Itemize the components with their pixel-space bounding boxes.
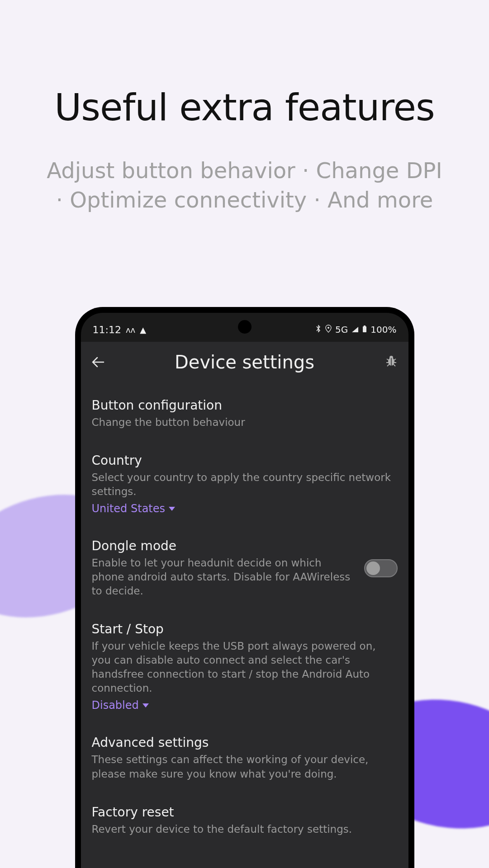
status-right: 5G 100% — [315, 324, 396, 335]
setting-desc: Enable to let your headunit decide on wh… — [92, 556, 355, 598]
bluetooth-icon — [315, 325, 322, 335]
battery-icon — [362, 325, 367, 335]
setting-factory-reset[interactable]: Factory reset Revert your device to the … — [92, 793, 398, 848]
status-left: 11:12 ᴧᴧ ▲ — [93, 324, 147, 335]
status-app-icon-1: ᴧᴧ — [126, 325, 135, 335]
dongle-mode-toggle[interactable] — [364, 559, 398, 577]
setting-title: Start / Stop — [92, 622, 398, 637]
dropdown-label: United States — [92, 502, 166, 515]
setting-title: Advanced settings — [92, 735, 398, 750]
setting-desc: If your vehicle keeps the USB port alway… — [92, 639, 398, 695]
setting-desc: These settings can affect the working of… — [92, 753, 398, 781]
setting-desc: Select your country to apply the country… — [92, 471, 398, 499]
phone-frame: 11:12 ᴧᴧ ▲ 5G 100% — [76, 307, 414, 868]
svg-point-0 — [328, 327, 329, 329]
setting-title: Dongle mode — [92, 538, 355, 553]
back-button[interactable] — [92, 353, 110, 371]
setting-dongle-mode: Dongle mode Enable to let your headunit … — [92, 527, 398, 610]
startstop-dropdown[interactable]: Disabled — [92, 699, 149, 712]
phone-screen: 11:12 ᴧᴧ ▲ 5G 100% — [81, 313, 408, 868]
promo-title: Useful extra features — [0, 86, 489, 129]
setting-country[interactable]: Country Select your country to apply the… — [92, 441, 398, 527]
status-app-icon-2: ▲ — [140, 325, 146, 335]
promo-block: Useful extra features Adjust button beha… — [0, 86, 489, 215]
bug-icon[interactable] — [380, 354, 398, 370]
battery-label: 100% — [370, 324, 396, 335]
dropdown-label: Disabled — [92, 699, 139, 712]
setting-advanced[interactable]: Advanced settings These settings can aff… — [92, 723, 398, 793]
setting-start-stop[interactable]: Start / Stop If your vehicle keeps the U… — [92, 610, 398, 723]
promo-sub-line2: · Optimize connectivity · And more — [0, 185, 489, 215]
svg-rect-1 — [363, 326, 366, 332]
svg-line-7 — [394, 359, 396, 360]
signal-icon — [351, 325, 359, 335]
setting-title: Factory reset — [92, 805, 398, 820]
setting-desc: Revert your device to the default factor… — [92, 822, 398, 836]
setting-desc: Change the button behaviour — [92, 415, 398, 429]
app-content: Device settings Button configuration Cha… — [81, 342, 408, 868]
promo-subtitle: Adjust button behavior · Change DPI · Op… — [0, 156, 489, 215]
chevron-down-icon — [142, 703, 149, 708]
setting-title: Button configuration — [92, 398, 398, 413]
camera-notch — [238, 320, 252, 334]
promo-sub-line1: Adjust button behavior · Change DPI — [0, 156, 489, 185]
app-header: Device settings — [92, 342, 398, 386]
status-time: 11:12 — [93, 324, 121, 335]
page-title: Device settings — [175, 352, 314, 373]
chevron-down-icon — [169, 507, 175, 511]
svg-line-11 — [394, 364, 395, 366]
svg-line-10 — [387, 364, 389, 366]
svg-line-6 — [387, 359, 389, 360]
country-dropdown[interactable]: United States — [92, 502, 176, 515]
toggle-knob — [366, 561, 380, 575]
location-icon — [325, 325, 332, 335]
svg-rect-2 — [364, 326, 366, 326]
network-label: 5G — [335, 324, 348, 335]
setting-button-configuration[interactable]: Button configuration Change the button b… — [92, 386, 398, 441]
setting-title: Country — [92, 453, 398, 468]
